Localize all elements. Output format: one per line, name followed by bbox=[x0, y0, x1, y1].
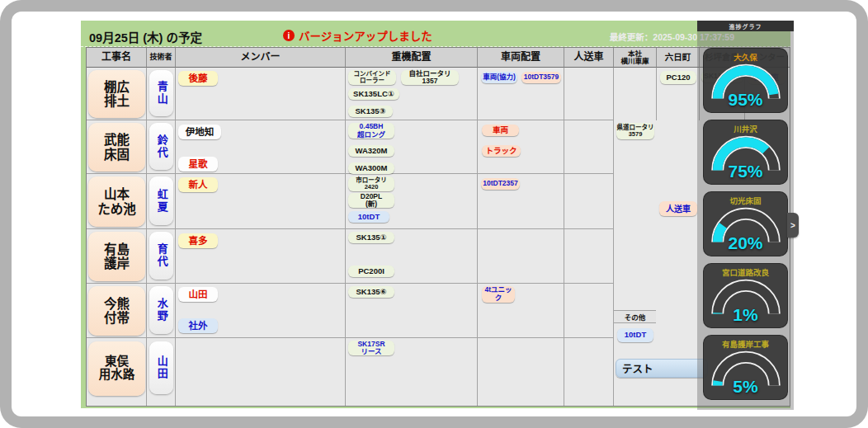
members-cell: 喜多 bbox=[176, 229, 346, 284]
project-cell: 東俣用水路 bbox=[87, 338, 147, 406]
people-carrier-cell bbox=[564, 284, 614, 338]
version-notice: i バージョンアップしました bbox=[283, 27, 432, 44]
top-bar: 09月25日 (木) の予定 i バージョンアップしました 最終更新：2025-… bbox=[81, 21, 790, 47]
member-chip[interactable]: 喜多 bbox=[178, 233, 218, 248]
machines-cell: SK17SRリース bbox=[346, 338, 478, 406]
machine-chip[interactable]: SK135⑥ bbox=[348, 286, 394, 298]
machine-chip[interactable]: コンバインドローラー bbox=[348, 70, 396, 85]
machines-cell: 0.45BH超ロング WA320M WA300M bbox=[346, 120, 478, 174]
vehicle-chip[interactable]: 10tDT2357 bbox=[481, 178, 520, 190]
gauge-value: 5% bbox=[704, 377, 787, 397]
people-carrier-cell bbox=[564, 68, 614, 120]
engineer-chip[interactable]: 鈴代 bbox=[149, 123, 173, 170]
gauge-value: 95% bbox=[704, 90, 787, 110]
vehicle-chip[interactable]: 4tユニック bbox=[482, 286, 515, 303]
member-chip[interactable]: 伊地知 bbox=[178, 125, 221, 139]
machine-chip[interactable]: PC200I bbox=[348, 266, 394, 277]
hq-garage-column: 県道ロータリ3579 その他 10tDT テスト bbox=[614, 68, 657, 120]
gauge-value: 20% bbox=[704, 233, 787, 253]
machine-chip[interactable]: 10tDT bbox=[348, 211, 389, 223]
engineer-chip[interactable]: 山田 bbox=[149, 341, 173, 394]
vehicle-chip[interactable]: 人送車 bbox=[659, 201, 697, 216]
gauge-card: 大久保 95% bbox=[703, 48, 788, 113]
machine-chip[interactable]: SK17SRリース bbox=[348, 341, 394, 355]
project-chip[interactable]: 有島護岸 bbox=[88, 232, 145, 281]
project-cell: 今熊付帯 bbox=[87, 284, 147, 338]
engineer-chip[interactable]: 青山 bbox=[149, 70, 173, 116]
members-cell bbox=[176, 338, 346, 406]
col-header-muikamachi: 六日町 bbox=[657, 48, 700, 68]
engineer-chip[interactable]: 水野 bbox=[149, 286, 173, 334]
machine-chip[interactable]: SK135LC① bbox=[348, 88, 399, 100]
schedule-board: 09月25日 (木) の予定 i バージョンアップしました 最終更新：2025-… bbox=[81, 21, 790, 408]
member-chip[interactable]: 社外 bbox=[178, 318, 218, 333]
machine-chip[interactable]: D20PL(新) bbox=[348, 193, 394, 208]
muikamachi-column: PC120 人送車 bbox=[657, 68, 700, 120]
panel-collapse-handle[interactable]: > bbox=[787, 213, 799, 238]
machine-chip[interactable]: WA320M bbox=[348, 145, 394, 157]
vehicle-chip[interactable]: 10tDT3579 bbox=[521, 72, 561, 83]
col-header-project: 工事名 bbox=[87, 48, 147, 68]
machine-chip[interactable]: PC120 bbox=[660, 71, 696, 84]
vehicles-cell: 4tユニック bbox=[478, 284, 564, 338]
project-chip[interactable]: 今熊付帯 bbox=[88, 286, 145, 336]
machines-cell: SK135① PC200I bbox=[346, 229, 478, 284]
machine-chip[interactable]: SK135③ bbox=[348, 106, 393, 117]
engineer-cell: 青山 bbox=[147, 68, 176, 120]
people-carrier-cell bbox=[564, 174, 614, 229]
project-chip[interactable]: 武能床固 bbox=[88, 123, 145, 172]
engineer-cell: 山田 bbox=[147, 338, 176, 406]
date-title: 09月25日 (木) の予定 bbox=[89, 28, 202, 45]
machine-chip[interactable]: 0.45BH超ロング bbox=[348, 123, 394, 139]
col-header-machines: 重機配置 bbox=[346, 48, 478, 68]
vehicle-chip[interactable]: トラック bbox=[482, 145, 521, 157]
schedule-table: 工事名 技術者 メンバー 重機配置 車両配置 人送車 本社横川車庫 六日町 杉坪… bbox=[86, 47, 790, 407]
member-chip[interactable]: 山田 bbox=[178, 287, 218, 302]
vehicles-cell: 車両 トラック bbox=[478, 120, 564, 174]
machine-chip[interactable]: SK135① bbox=[348, 232, 394, 243]
version-notice-text: バージョンアップしました bbox=[299, 27, 432, 44]
gauge-card: 川井沢 75% bbox=[703, 120, 788, 185]
members-cell: 後藤 bbox=[176, 68, 346, 120]
project-cell: 有島護岸 bbox=[87, 229, 147, 284]
col-header-people-carrier: 人送車 bbox=[564, 48, 614, 68]
project-chip[interactable]: 東俣用水路 bbox=[88, 341, 145, 396]
vehicles-cell bbox=[478, 338, 564, 406]
vehicle-chip[interactable]: 車両 bbox=[482, 125, 519, 136]
vehicles-cell: 10tDT2357 bbox=[478, 174, 564, 229]
engineer-cell: 水野 bbox=[147, 284, 176, 338]
machine-chip[interactable]: 県道ロータリ3579 bbox=[616, 123, 654, 139]
gauge-card: 有島護岸工事 5% bbox=[703, 335, 788, 400]
project-chip[interactable]: 棚広排土 bbox=[88, 70, 145, 118]
machine-chip[interactable]: WA300M bbox=[348, 162, 394, 174]
project-cell: 棚広排土 bbox=[87, 68, 147, 120]
people-carrier-cell bbox=[564, 338, 614, 406]
vehicle-chip[interactable]: 10tDT bbox=[617, 328, 653, 342]
engineer-cell: 虹夏 bbox=[147, 174, 176, 229]
col-header-members: メンバー bbox=[176, 48, 346, 68]
test-bar-chip[interactable]: テスト bbox=[616, 359, 708, 378]
people-carrier-cell bbox=[564, 229, 614, 284]
engineer-chip[interactable]: 虹夏 bbox=[149, 176, 173, 225]
member-chip[interactable]: 後藤 bbox=[178, 71, 218, 86]
app-window: 09月25日 (木) の予定 i バージョンアップしました 最終更新：2025-… bbox=[0, 0, 868, 428]
vehicles-cell bbox=[478, 229, 564, 284]
members-cell: 伊地知 星歌 bbox=[176, 120, 346, 174]
machine-chip[interactable]: 自社ロータリ1357 bbox=[401, 70, 459, 85]
machine-chip[interactable]: 市ロータリ2420 bbox=[348, 176, 394, 191]
gauge-value: 75% bbox=[704, 162, 787, 181]
machines-cell: コンバインドローラー 自社ロータリ1357 SK135LC① SK135③ bbox=[346, 68, 478, 120]
member-chip[interactable]: 新人 bbox=[178, 177, 218, 192]
vehicle-chip[interactable]: 車両(協力) bbox=[481, 72, 517, 83]
project-chip[interactable]: 山本ため池 bbox=[88, 176, 145, 227]
engineer-cell: 鈴代 bbox=[147, 120, 176, 174]
gauge-value: 1% bbox=[704, 305, 787, 325]
machines-cell: SK135⑥ bbox=[346, 284, 478, 338]
col-header-engineer: 技術者 bbox=[147, 48, 176, 68]
machines-cell: 市ロータリ2420 D20PL(新) 10tDT bbox=[346, 174, 478, 229]
members-cell: 山田 社外 bbox=[176, 284, 346, 338]
engineer-chip[interactable]: 育代 bbox=[149, 232, 173, 280]
info-icon: i bbox=[283, 30, 295, 41]
member-chip[interactable]: 星歌 bbox=[178, 157, 218, 172]
members-cell: 新人 bbox=[176, 174, 346, 229]
